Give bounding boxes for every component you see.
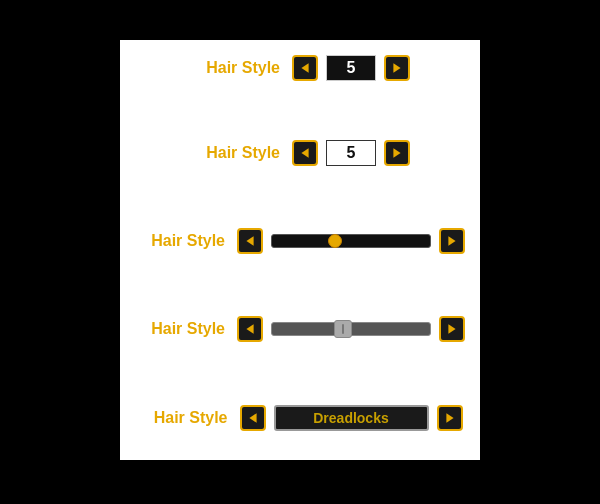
row-2: Hair Style 5 bbox=[0, 140, 600, 166]
label-row3: Hair Style bbox=[135, 232, 225, 250]
svg-marker-6 bbox=[246, 324, 253, 334]
value-display-row1: 5 bbox=[326, 55, 376, 81]
prev-button-row4[interactable] bbox=[237, 316, 263, 342]
next-button-row2[interactable] bbox=[384, 140, 410, 166]
label-row2: Hair Style bbox=[190, 144, 280, 162]
row-1: Hair Style 5 bbox=[0, 55, 600, 81]
row-5: Hair Style Dreadlocks bbox=[0, 405, 600, 431]
row-3: Hair Style bbox=[0, 228, 600, 254]
next-button-row1[interactable] bbox=[384, 55, 410, 81]
label-row4: Hair Style bbox=[135, 320, 225, 338]
svg-marker-3 bbox=[393, 148, 400, 158]
svg-marker-7 bbox=[448, 324, 455, 334]
slider-thumb-row3[interactable] bbox=[328, 234, 342, 248]
svg-marker-2 bbox=[301, 148, 308, 158]
slider-thumb-row4[interactable] bbox=[334, 320, 352, 338]
next-button-row5[interactable] bbox=[437, 405, 463, 431]
label-row1: Hair Style bbox=[190, 59, 280, 77]
svg-marker-8 bbox=[249, 413, 256, 423]
svg-marker-4 bbox=[246, 236, 253, 246]
prev-button-row3[interactable] bbox=[237, 228, 263, 254]
slider-track-row3[interactable] bbox=[271, 234, 431, 248]
prev-button-row5[interactable] bbox=[240, 405, 266, 431]
svg-marker-9 bbox=[446, 413, 453, 423]
slider-track-row4[interactable] bbox=[271, 322, 431, 336]
svg-marker-5 bbox=[448, 236, 455, 246]
row-4: Hair Style bbox=[0, 316, 600, 342]
prev-button-row2[interactable] bbox=[292, 140, 318, 166]
label-row5: Hair Style bbox=[138, 409, 228, 427]
svg-marker-1 bbox=[393, 63, 400, 73]
prev-button-row1[interactable] bbox=[292, 55, 318, 81]
main-container: Hair Style 5 Hair Style 5 Hair Style bbox=[0, 0, 600, 504]
value-display-row2: 5 bbox=[326, 140, 376, 166]
slider-thumb-line bbox=[342, 324, 344, 334]
value-display-row5: Dreadlocks bbox=[274, 405, 429, 431]
svg-marker-0 bbox=[301, 63, 308, 73]
next-button-row3[interactable] bbox=[439, 228, 465, 254]
next-button-row4[interactable] bbox=[439, 316, 465, 342]
